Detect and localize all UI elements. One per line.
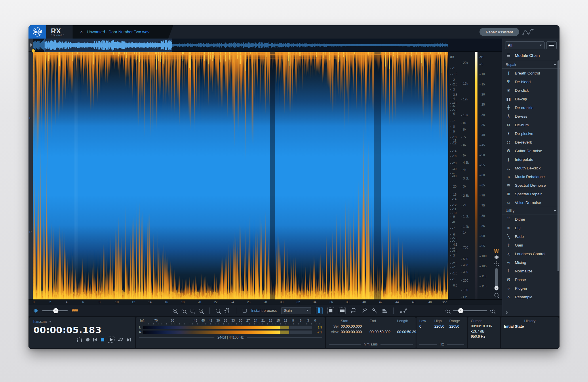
spectrogram-canvas[interactable]: [33, 52, 448, 299]
spectrogram-view-icon[interactable]: [72, 308, 78, 313]
meter-tickmarks: [143, 323, 322, 324]
module-dither[interactable]: ⠿Dither: [502, 215, 560, 224]
module-menu-button[interactable]: [546, 41, 557, 49]
time-selection-tool[interactable]: [316, 307, 323, 314]
module-de-plosive[interactable]: ✶De-plosive: [502, 129, 560, 138]
color-scale-tick: 15: [479, 83, 485, 86]
zoom-tool-button[interactable]: [216, 309, 220, 313]
vertical-zoom-out-icon[interactable]: −: [494, 293, 498, 297]
module-fade[interactable]: ╲Fade: [502, 232, 560, 241]
spectrogram-color-scale[interactable]: [475, 52, 477, 299]
lasso-tool[interactable]: [350, 308, 357, 314]
zoom-out-button[interactable]: −: [182, 309, 186, 313]
expand-down-icon[interactable]: [30, 45, 32, 47]
module-resample[interactable]: ∩Resample: [502, 293, 560, 301]
declick-nodes-icon[interactable]: [400, 308, 407, 313]
zoom-selection-button[interactable]: [190, 309, 194, 313]
module-loudness-control[interactable]: ◁Loudness Control: [502, 249, 560, 258]
amp-db-tick: -1: [450, 277, 455, 281]
waveform-blend-icon[interactable]: [494, 255, 499, 259]
module-eq[interactable]: ≈EQ: [502, 224, 560, 232]
stop-button[interactable]: [100, 338, 104, 342]
module-mixing[interactable]: ∞Mixing: [502, 258, 560, 267]
expand-up-icon[interactable]: [30, 43, 32, 45]
record-button[interactable]: [86, 338, 90, 342]
module-label: Gain: [515, 243, 523, 247]
module-phase[interactable]: ØPhase: [502, 275, 560, 284]
normalize-icon: ‖: [506, 269, 511, 273]
time-frequency-selection-tool[interactable]: [327, 307, 334, 314]
play-selection-button[interactable]: [108, 337, 115, 343]
voice-de-noise-icon: ☺: [506, 200, 511, 205]
tab-filename[interactable]: Unwanted - Door Number Two.wav: [87, 30, 150, 34]
amp-db-tick: -4: [450, 97, 455, 100]
horizontal-zoom-in-icon[interactable]: +: [490, 309, 494, 313]
color-scale-tick: 65: [479, 184, 485, 187]
spectrogram-blend-icon[interactable]: [494, 249, 499, 253]
overview-canvas[interactable]: [33, 39, 448, 52]
module-de-crackle[interactable]: ╪De-crackle: [502, 103, 560, 112]
vertical-zoom-slider[interactable]: [495, 268, 498, 291]
module-interpolate[interactable]: ∫Interpolate: [502, 155, 560, 164]
zoom-reset-button[interactable]: ↗: [199, 309, 203, 313]
process-select[interactable]: Gain: [281, 307, 311, 314]
meter-scale-tick: -21: [260, 319, 265, 322]
module-filter-select[interactable]: All: [505, 41, 545, 49]
vertical-zoom-in-icon[interactable]: +: [494, 261, 498, 266]
module-plug-in[interactable]: ϟPlug-in: [502, 284, 560, 293]
play-to-end-button[interactable]: [127, 337, 132, 342]
amp-db-tick: -3.5: [450, 249, 457, 253]
view-blend-slider[interactable]: [42, 310, 68, 311]
module-de-click[interactable]: ✳De-click: [502, 86, 560, 95]
module-mouth-de-click[interactable]: ◡Mouth De-click: [502, 164, 560, 172]
history-item[interactable]: Initial State: [504, 324, 556, 328]
module-normalize[interactable]: ‖Normalize: [502, 267, 560, 275]
magic-wand-tool[interactable]: [372, 308, 377, 314]
loudness-icon: ◁: [506, 251, 511, 256]
previous-button[interactable]: [93, 338, 97, 342]
section-header-repair[interactable]: Repair: [502, 61, 560, 69]
spectrogram-view[interactable]: [33, 52, 448, 299]
meter-scale-tick: -30: [238, 319, 242, 322]
tab-close-icon[interactable]: ×: [80, 29, 83, 35]
brush-tool[interactable]: [361, 308, 367, 314]
amp-db-tick: -16: [450, 193, 456, 196]
module-de-clip[interactable]: ▮▮De-clip: [502, 95, 560, 103]
spectral-de-noise-icon: ≋: [506, 183, 511, 188]
waveform-view-icon[interactable]: [33, 309, 38, 313]
monitor-button[interactable]: [76, 337, 83, 343]
sidebar-scrollbar[interactable]: [557, 60, 559, 271]
module-guitar-de-noise[interactable]: ʘGuitar De-noise: [502, 146, 560, 155]
frequency-selection-tool[interactable]: [339, 307, 346, 314]
section-header-utility[interactable]: Utility: [502, 207, 560, 215]
zoom-in-button[interactable]: +: [173, 309, 177, 313]
playhead-cursor[interactable]: [76, 52, 76, 299]
time-format-label[interactable]: h:m:s.ms: [33, 320, 47, 324]
horizontal-zoom-slider[interactable]: [453, 310, 487, 311]
module-de-hum[interactable]: ⊘De-hum: [502, 121, 560, 129]
module-gain[interactable]: ⇕Gain: [502, 241, 560, 249]
module-de-reverb[interactable]: ◎De-reverb: [502, 138, 560, 146]
loop-button[interactable]: [118, 337, 123, 342]
attenuate-levels-icon[interactable]: [382, 308, 387, 313]
signal-scribble-icon: [522, 27, 534, 37]
section-label: Utility: [506, 209, 515, 213]
module-voice-de-noise[interactable]: ☺Voice De-noise: [502, 198, 560, 207]
time-ruler[interactable]: 0246810121416182022242628303234363840424…: [28, 299, 502, 305]
module-de-ess[interactable]: §De-ess: [502, 112, 560, 121]
collapse-panel-icon[interactable]: [505, 311, 508, 314]
horizontal-zoom-out-icon[interactable]: −: [446, 309, 450, 313]
module-chain-item[interactable]: ☰ Module Chain: [502, 50, 560, 61]
module-spectral-repair[interactable]: ⊞Spectral Repair: [502, 190, 560, 198]
freq-tick: 400: [461, 263, 468, 267]
chevron-down-icon[interactable]: [49, 321, 52, 322]
module-music-rebalance[interactable]: ♫Music Rebalance: [502, 172, 560, 181]
module-spectral-de-noise[interactable]: ≋Spectral De-noise: [502, 181, 560, 190]
hand-tool-button[interactable]: [224, 308, 230, 314]
module-breath-control[interactable]: ʃBreath Control: [502, 69, 560, 77]
instant-process-checkbox[interactable]: [243, 309, 247, 313]
waveform-overview[interactable]: [28, 39, 502, 52]
module-de-bleed[interactable]: ΨDe-bleed: [502, 77, 560, 86]
file-tab[interactable]: × Unwanted - Door Number Two.wav: [73, 25, 173, 39]
repair-assistant-button[interactable]: Repair Assistant: [479, 28, 519, 36]
